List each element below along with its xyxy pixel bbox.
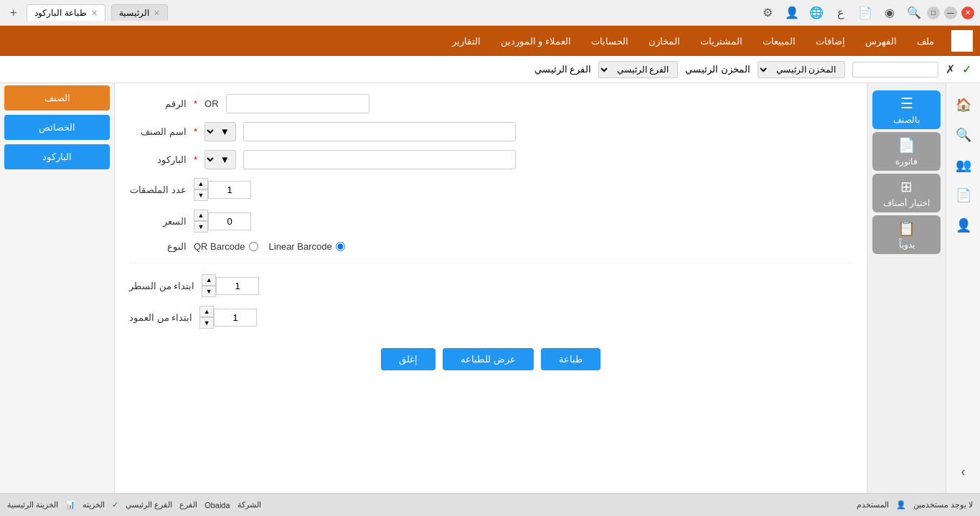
item-name-input[interactable]	[243, 122, 516, 141]
qr-barcode-radio[interactable]	[249, 242, 258, 251]
sidebar-doc-icon[interactable]: 📄	[949, 181, 978, 210]
qr-barcode-label: QR Barcode	[194, 241, 245, 252]
start-col-spinner: ▲ ▼	[199, 306, 257, 329]
tab-home-close[interactable]: ✕	[154, 9, 160, 18]
start-row-label: ابتداء من السطر	[129, 281, 194, 291]
add-tab-button[interactable]: +	[6, 6, 21, 19]
filter-bar: ✓ ✗ المخزن الرئيسي المخزن الرئيسي الفرع …	[0, 56, 980, 83]
panel-invoice-button[interactable]: 📄 فاتورة	[872, 132, 941, 171]
manual-label: يدوياً	[899, 240, 915, 250]
panel-select-items-button[interactable]: ⊞ اختيار أصناف	[872, 174, 941, 212]
sticker-up-button[interactable]: ▲	[194, 178, 208, 189]
sidebar-contacts-icon[interactable]: 👥	[949, 151, 978, 179]
start-col-up-button[interactable]: ▲	[199, 306, 214, 317]
by-item-label: بالصنف	[893, 115, 920, 125]
nav-item-sales[interactable]: المبيعات	[753, 26, 806, 56]
tab-barcode-button[interactable]: الباركود	[4, 144, 110, 169]
number-row: OR * الرقم	[129, 94, 852, 113]
nav-item-purchases[interactable]: المشتريات	[690, 26, 753, 56]
content-area: OR * الرقم ▼ * اسم الصنف ▼ * الباركود	[115, 83, 867, 493]
sidebar-user-icon[interactable]: 👤	[949, 211, 978, 240]
barcode-row: ▼ * الباركود	[129, 150, 852, 169]
tab-barcode-print[interactable]: ✕ طباعة الباركود	[27, 4, 105, 21]
sidebar-arrow-icon[interactable]: ›	[949, 457, 978, 486]
start-row-input[interactable]	[216, 277, 259, 295]
start-col-input[interactable]	[214, 309, 257, 327]
nav-item-reports[interactable]: التقارير	[442, 26, 491, 56]
sidebar-home-icon[interactable]: 🏠	[949, 90, 978, 119]
maximize-button[interactable]: □	[927, 6, 940, 19]
print-button[interactable]: طباعة	[541, 348, 600, 370]
panel-by-item-button[interactable]: ☰ بالصنف	[872, 90, 941, 129]
doc-icon[interactable]: 📄	[857, 4, 874, 22]
select-items-icon: ⊞	[900, 178, 913, 195]
nav-bar: ملف الفهرس إضافات المبيعات المشتريات الم…	[0, 26, 980, 56]
number-input[interactable]	[226, 94, 369, 113]
close-button-form[interactable]: إغلق	[381, 348, 435, 370]
preview-button[interactable]: عرض للطباعه	[443, 348, 534, 370]
warehouse-label: المخزن الرئيسي	[685, 64, 750, 75]
nav-logo	[951, 30, 973, 52]
type-label: النوع	[129, 241, 187, 252]
company-label: الشركة	[237, 500, 261, 510]
search-icon[interactable]: 🔍	[905, 4, 923, 22]
tab-properties-button[interactable]: الخصائص	[4, 115, 110, 140]
start-row-down-button[interactable]: ▼	[202, 286, 216, 297]
filter-input[interactable]	[852, 62, 938, 78]
start-col-down-button[interactable]: ▼	[199, 317, 214, 329]
item-name-dropdown[interactable]: ▼	[204, 122, 236, 141]
number-label: الرقم	[129, 98, 187, 109]
side-panel: ☰ بالصنف 📄 فاتورة ⊞ اختيار أصناف 📋 يدويا…	[867, 83, 946, 493]
branch-status-value: الفرع الرئيسي	[126, 500, 172, 510]
nav-item-extras[interactable]: إضافات	[806, 26, 855, 56]
company-value: Obaida	[204, 501, 230, 510]
linear-barcode-radio[interactable]	[336, 242, 345, 251]
nav-item-warehouses[interactable]: المخازن	[639, 26, 690, 56]
price-input[interactable]	[208, 212, 251, 230]
close-button[interactable]: ✕	[961, 6, 974, 19]
minimize-button[interactable]: —	[944, 6, 957, 19]
price-up-button[interactable]: ▲	[194, 210, 208, 221]
branch-select[interactable]: الفرع الرئيسي	[598, 61, 678, 78]
tab-barcode-label: طباعة الباركود	[34, 8, 86, 18]
arabic-icon[interactable]: ع	[832, 4, 849, 22]
warehouse-select[interactable]: المخزن الرئيسي	[758, 61, 845, 78]
barcode-input[interactable]	[243, 150, 516, 169]
tab-home[interactable]: ✕ الرئيسية	[111, 4, 168, 21]
user-icon[interactable]: 👤	[783, 4, 801, 22]
tab-item-button[interactable]: الصنف	[4, 85, 110, 111]
warehouse-chart-icon: 📊	[65, 500, 75, 510]
start-row-spinner-col: ▲ ▼	[202, 274, 216, 297]
barcode-required: *	[194, 154, 197, 165]
sidebar-search-icon[interactable]: 🔍	[949, 121, 978, 149]
by-item-icon: ☰	[900, 95, 913, 112]
barcode-type-group: Linear Barcode QR Barcode	[194, 241, 345, 252]
user-icon-status: 👤	[896, 500, 906, 510]
price-down-button[interactable]: ▼	[194, 221, 208, 233]
nav-item-accounts[interactable]: الحسابات	[581, 26, 639, 56]
settings-icon[interactable]: ⚙	[759, 4, 776, 22]
title-bar: ✕ — □ 🔍 ◉ 📄 ع 🌐 👤 ⚙ ✕ الرئيسية ✕ طباعة ا…	[0, 0, 980, 26]
nav-item-customers[interactable]: العملاء و الموردين	[491, 26, 581, 56]
sticker-count-input[interactable]	[208, 181, 251, 199]
invoice-icon: 📄	[897, 136, 915, 154]
branch-check-icon: ✓	[112, 500, 118, 510]
branch-status-label: الفرع	[179, 500, 197, 510]
status-bar: لا يوجد مستخدمين 👤 المستخدم الشركة Obaid…	[0, 493, 980, 516]
status-left: لا يوجد مستخدمين 👤 المستخدم	[857, 500, 973, 510]
right-sidebar: 🏠 🔍 👥 📄 👤 ›	[946, 83, 980, 493]
panel-manual-button[interactable]: 📋 يدوياً	[872, 215, 941, 254]
nav-item-catalog[interactable]: الفهرس	[855, 26, 907, 56]
confirm-button[interactable]: ✓	[962, 62, 971, 76]
select-items-label: اختيار أصناف	[883, 198, 929, 208]
linear-barcode-label: Linear Barcode	[269, 241, 332, 252]
tab-barcode-close[interactable]: ✕	[91, 9, 98, 18]
start-col-row: ▲ ▼ ابتداء من العمود	[129, 306, 852, 329]
nav-item-file[interactable]: ملف	[907, 26, 944, 56]
barcode-dropdown[interactable]: ▼	[204, 150, 236, 169]
translate-icon[interactable]: 🌐	[808, 4, 825, 22]
circle-icon[interactable]: ◉	[881, 4, 898, 22]
start-row-up-button[interactable]: ▲	[202, 274, 216, 286]
cancel-filter-button[interactable]: ✗	[946, 62, 955, 76]
sticker-down-button[interactable]: ▼	[194, 189, 208, 201]
